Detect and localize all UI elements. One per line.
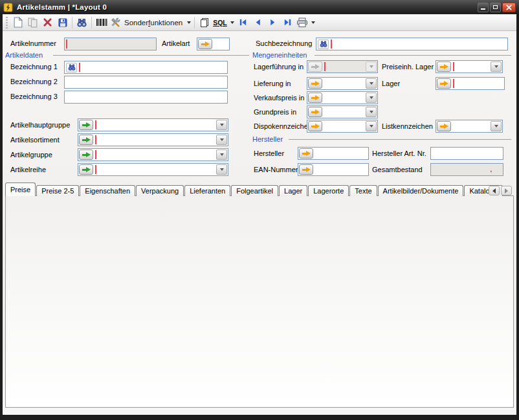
minimize-icon [481,8,485,10]
artikelsortiment-dropdown-button[interactable] [216,135,227,145]
grundpreis-combo[interactable] [307,105,378,118]
titlebar: Artikelstamm | *Layout 0 [0,0,519,14]
verkaufspreis-combo[interactable] [307,91,378,104]
tab-preise-2-5[interactable]: Preise 2-5 [36,185,79,196]
printer-icon [296,17,308,28]
sql-button[interactable]: SQL [212,16,236,30]
artikelhauptgruppe-dropdown-button[interactable] [216,120,227,130]
orange-arrow-icon [311,81,320,87]
tab-eigenschaften[interactable]: Eigenschaften [80,185,135,196]
tab-lager[interactable]: Lager [279,185,307,196]
first-record-button[interactable] [236,16,250,30]
ean-lookup-button[interactable] [299,164,313,175]
sonderfunktionen-button[interactable]: Sonderfunktionen [109,16,192,30]
layout-button[interactable] [197,16,212,30]
lager-field[interactable] [436,77,505,90]
new-button[interactable] [10,16,25,30]
chevron-left-icon [492,188,496,193]
binoculars-icon[interactable] [66,63,77,72]
tab-lagerorte[interactable]: Lagerorte [308,185,349,196]
lagerfuehrung-combo[interactable] [307,60,378,73]
binoculars-icon[interactable] [318,39,329,49]
last-record-button[interactable] [280,16,295,30]
tab-artikelbilder-dokumente[interactable]: Artikelbilder/Dokumente [378,185,464,196]
required-marker [66,39,67,49]
tab-preise[interactable]: Preise [5,182,36,196]
minimize-button[interactable] [478,3,489,12]
bezeichnung3-field[interactable] [64,91,228,104]
chevron-down-icon [370,82,373,85]
suchbezeichnung-field[interactable] [316,38,508,50]
artikelreihe-combo[interactable] [78,163,228,176]
artikelart-lookup-button[interactable] [198,39,212,49]
lieferung-lookup-button[interactable] [308,78,322,89]
window-title: Artikelstamm | *Layout 0 [17,3,107,11]
maximize-button[interactable] [490,3,501,12]
preiseinh-lager-dropdown-button[interactable] [491,61,502,72]
next-record-button[interactable] [265,16,280,30]
barcode-button[interactable] [94,16,109,30]
previous-record-icon [253,17,263,27]
maximize-icon [493,5,498,9]
required-marker [324,62,326,71]
listkennzeichen-dropdown-button[interactable] [491,121,502,131]
listkennzeichen-lookup-button[interactable] [437,121,451,131]
artikelhauptgruppe-lookup-button[interactable] [79,120,93,130]
ean-nummer-field[interactable] [298,163,369,176]
toolbar-grip[interactable] [6,17,8,28]
lieferung-combo[interactable] [307,77,378,90]
bezeichnung2-field[interactable] [64,76,228,89]
artikelreihe-dropdown-button[interactable] [216,164,227,175]
search-button[interactable] [74,16,89,30]
dispokennzeichen-lookup-button[interactable] [308,121,322,131]
artikelsortiment-combo[interactable] [78,133,228,146]
hersteller-lookup-button[interactable] [299,148,313,159]
bezeichnung3-label: Bezeichnung 3 [10,93,58,100]
hersteller-artnr-field[interactable] [430,147,503,160]
grundpreis-lookup-button[interactable] [308,107,322,117]
section-divider [289,139,511,140]
tab-folgeartikel[interactable]: Folgeartikel [231,185,278,196]
preiseinh-lager-combo[interactable] [436,60,503,73]
grundpreis-dropdown-button[interactable] [366,107,377,117]
artikelreihe-lookup-button[interactable] [79,164,93,175]
first-record-icon [238,17,248,27]
artikelart-field[interactable] [197,38,230,50]
artikelgruppe-combo[interactable] [78,148,228,161]
artikelsortiment-lookup-button[interactable] [79,135,93,145]
artikelgruppe-dropdown-button[interactable] [216,149,227,160]
tab-verpackung[interactable]: Verpackung [136,185,184,196]
orange-arrow-icon [440,124,448,129]
lager-lookup-button[interactable] [437,78,451,89]
chevron-down-icon [370,125,373,127]
sonderfunktionen-label: Sonderfunktionen [123,19,184,27]
previous-record-button[interactable] [250,16,265,30]
artikelgruppe-lookup-button[interactable] [79,149,93,160]
chevron-down-icon [494,65,498,68]
delete-button[interactable] [40,16,55,30]
tab-texte[interactable]: Texte [349,185,377,196]
green-arrow-icon [82,152,91,158]
preiseinh-lager-lookup-button[interactable] [437,61,451,72]
print-button[interactable] [295,16,316,30]
copy-button[interactable] [25,16,40,30]
gesamtbestand-field: , [430,163,503,176]
hersteller-field[interactable] [298,147,369,160]
artikelnummer-label: Artikelnummer [10,39,56,47]
tab-scroll-right-button[interactable] [501,186,512,195]
chevron-down-icon [220,138,224,141]
save-button[interactable] [55,16,70,30]
dispokennzeichen-dropdown-button[interactable] [366,121,377,131]
mengeneinheiten-section-title: Mengeneinheiten [252,51,307,59]
tab-scroll-left-button[interactable] [489,186,500,195]
close-button[interactable] [502,3,516,12]
lieferung-dropdown-button[interactable] [366,78,377,89]
tab-lieferanten[interactable]: Lieferanten [184,185,230,196]
listkennzeichen-combo[interactable] [436,120,503,133]
verkaufspreis-dropdown-button[interactable] [366,93,377,103]
artikelhauptgruppe-combo[interactable] [78,118,228,131]
bezeichnung1-field[interactable] [64,61,228,74]
verkaufspreis-lookup-button[interactable] [308,93,322,103]
artikelnummer-field[interactable] [64,38,157,50]
dispokennzeichen-combo[interactable] [307,120,378,133]
